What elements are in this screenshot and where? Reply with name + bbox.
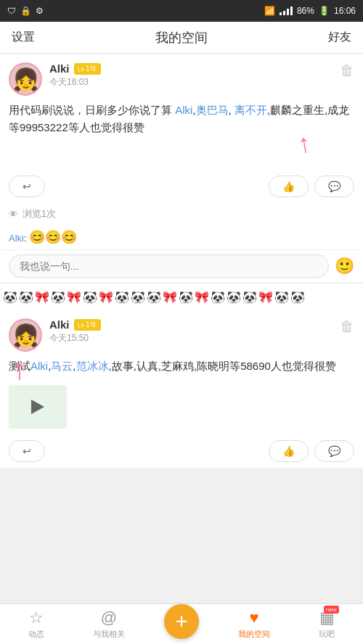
tab-space[interactable]: ♥ 我的空间 [218,606,290,643]
tab-at[interactable]: @ 与我相关 [73,606,145,643]
divider-icon-1: 🐼 [3,290,17,304]
post-content-2: 测试Alki,马云,范冰冰,故事,认真,芝麻鸡,陈晓明等58690人也觉得很赞 [0,358,363,382]
action-row-1: ↩ 👍 💬 [0,170,363,203]
battery-icon: 🔋 [319,6,330,16]
status-bar: 🛡 🔒 ⚙ 📶 86% 🔋 16:06 [0,0,363,22]
delete-button-2[interactable]: 🗑 [340,318,354,335]
pink-arrow-2: ↑ [12,355,27,384]
divider-icon-17: 🎀 [258,290,273,304]
divider-icon-8: 🐼 [115,290,129,304]
tab-home[interactable]: ☆ 动态 [0,606,73,643]
share-button-1[interactable]: ↩ [9,176,45,197]
comment-icon-2: 💬 [328,445,340,457]
tab-plus[interactable]: + [145,601,218,645]
comment-icon-1: 💬 [328,181,340,192]
delete-button-1[interactable]: 🗑 [340,62,354,79]
like-button-2[interactable]: 👍 [269,440,309,462]
status-icons: 🛡 🔒 ⚙ [7,6,44,16]
wifi-icon: 📶 [264,6,275,16]
signal-icon [280,7,293,15]
tab-at-label: 与我相关 [93,629,125,640]
comment-input-row-1: 🙂 [0,249,363,282]
home-icon: ☆ [29,608,44,627]
tab-space-label: 我的空间 [238,629,270,640]
play-icon-2 [31,400,44,414]
divider-icon-6: 🐼 [83,290,97,304]
divider-icon-16: 🐼 [242,290,257,304]
divider-icon-14: 🐼 [211,290,225,304]
plus-icon: + [175,611,188,632]
page-title: 我的空间 [155,29,208,46]
plus-button[interactable]: + [164,604,199,639]
share-icon-2: ↩ [23,445,31,457]
clock: 16:06 [334,6,356,16]
status-right: 📶 86% 🔋 16:06 [264,6,356,16]
video-thumbnail-2[interactable] [9,385,67,429]
divider-icon-11: 🎀 [163,290,177,304]
post-header-1: 👧 Alki Lv 1年 今天16:03 🗑 [0,54,363,102]
icon-divider: 🐼 🐼 🎀 🐼 🎀 🐼 🎀 🐼 🐼 🐼 🎀 🐼 🎀 🐼 🐼 🐼 🎀 🐼 🐼 [0,284,363,310]
at-icon: @ [101,608,117,627]
link-alki-1[interactable]: Alki [175,104,192,116]
settings-status-icon: ⚙ [36,6,44,16]
comment-alki-1: Alki: 😊😊😊 [0,225,363,249]
divider-icon-3: 🎀 [35,290,49,304]
post-header-2: 👧 Alki Lv 1年 今天15:50 🗑 [0,310,363,358]
link-mayun: 马云 [51,360,73,372]
eye-icon: 👁 [9,209,18,220]
link-alki-2[interactable]: Alki [30,360,48,372]
video-container-2: ↑ [9,385,67,429]
post-card-2: 👧 Alki Lv 1年 今天15:50 🗑 测试Alki,马云 [0,310,363,468]
game-icon-wrapper: ▦ new [319,608,335,627]
divider-icon-7: 🎀 [99,290,113,304]
avatar-1: 👧 [9,62,42,96]
lock-icon: 🔒 [20,6,31,16]
divider-icon-4: 🐼 [51,290,65,304]
post-time-2: 今天15:50 [49,332,101,344]
like-icon-1: 👍 [282,181,295,192]
comment-input-1[interactable] [9,255,329,278]
view-count-1: 👁 浏览1次 [0,203,363,225]
tab-game[interactable]: ▦ new 玩吧 [290,606,363,643]
level-badge-2: Lv 1年 [74,319,101,331]
comment-button-1[interactable]: 💬 [314,176,354,197]
share-icon-1: ↩ [23,181,31,192]
link-obama[interactable]: 奥巴马 [196,104,229,116]
link-离不开[interactable]: 离不开 [234,104,267,116]
tab-home-label: 动态 [28,629,44,640]
divider-icon-13: 🎀 [195,290,209,304]
like-icon-2: 👍 [282,445,295,457]
divider-icon-18: 🐼 [274,290,289,304]
divider-icon-9: 🐼 [131,290,145,304]
emoji-picker-1[interactable]: 🙂 [335,257,354,276]
comment-button-2[interactable]: 💬 [314,440,354,462]
shield-icon: 🛡 [7,6,16,16]
divider-icon-12: 🐼 [179,290,193,304]
share-button-2[interactable]: ↩ [9,440,45,462]
level-badge-1: Lv 1年 [74,63,101,75]
divider-icon-2: 🐼 [19,290,33,304]
new-badge: new [324,606,339,614]
link-fanbing[interactable]: 范冰冰 [76,360,109,372]
user-info-2: Alki Lv 1年 今天15:50 [49,318,101,344]
top-nav: 设置 我的空间 好友 [0,22,363,54]
tab-game-label: 玩吧 [319,629,335,640]
post-card-1: 👧 Alki Lv 1年 今天16:03 🗑 用代码刷说说，日刷 [0,54,363,282]
post-time-1: 今天16:03 [49,76,101,88]
nav-friends-link[interactable]: 好友 [328,30,351,45]
battery-level: 86% [297,6,314,16]
action-row-2: ↩ 👍 💬 [0,434,363,468]
annotation-area-1: ↑ [9,144,354,170]
user-info-1: Alki Lv 1年 今天16:03 [49,62,101,88]
like-button-1[interactable]: 👍 [269,176,309,197]
commenter-name-1: Alki [9,233,24,244]
divider-icon-15: 🐼 [227,290,241,304]
content-area: 👧 Alki Lv 1年 今天16:03 🗑 用代码刷说说，日刷 [0,54,363,603]
divider-icon-19: 🐼 [290,290,305,304]
divider-icon-10: 🐼 [147,290,161,304]
nav-settings-link[interactable]: 设置 [12,30,35,45]
username-2: Alki [49,318,70,331]
tab-bar: ☆ 动态 @ 与我相关 + ♥ 我的空间 ▦ new 玩吧 [0,603,363,644]
comment-emojis-1: 😊😊😊 [29,230,77,244]
avatar-2: 👧 [9,318,42,352]
